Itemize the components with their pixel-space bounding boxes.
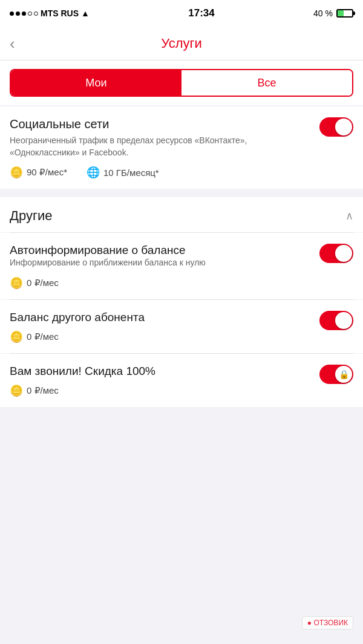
page-title: Услуги xyxy=(161,36,202,51)
dot1 xyxy=(10,11,14,16)
auto-info-desc: Информирование о приближении баланса к н… xyxy=(10,257,312,269)
wifi-icon: ▲ xyxy=(81,8,90,18)
toggle-knob-3 xyxy=(335,312,352,329)
traffic-label: 10 ГБ/месяц* xyxy=(103,168,159,178)
call-discount-price: 0 ₽/мес xyxy=(27,385,59,396)
coin-icon-3: 🪙 xyxy=(10,330,23,343)
coin-icon: 🪙 xyxy=(10,166,23,179)
auto-info-price-row: 🪙 0 ₽/мес xyxy=(10,276,312,290)
back-button[interactable]: ‹ xyxy=(10,36,15,51)
auto-info-card: Автоинформирование о балансе Информирова… xyxy=(0,233,363,299)
price-label: 90 ₽/мес* xyxy=(27,167,67,178)
social-networks-row: Социальные сети Неограниченный трафик в … xyxy=(10,117,353,179)
balance-other-title: Баланс другого абонента xyxy=(10,311,312,324)
coin-icon-2: 🪙 xyxy=(10,276,23,290)
nav-bar: ‹ Услуги xyxy=(0,27,363,60)
toggle-knob xyxy=(335,119,352,135)
social-networks-card: Социальные сети Неограниченный трафик в … xyxy=(0,106,363,189)
status-left: MTS RUS ▲ xyxy=(10,8,90,18)
other-section-header[interactable]: Другие ∧ xyxy=(0,197,363,232)
globe-icon: 🌐 xyxy=(87,166,100,179)
dot2 xyxy=(16,11,20,16)
balance-other-price-row: 🪙 0 ₽/мес xyxy=(10,330,312,343)
balance-other-info: Баланс другого абонента 🪙 0 ₽/мес xyxy=(10,311,319,343)
traffic-item: 🌐 10 ГБ/месяц* xyxy=(87,166,159,179)
auto-info-price: 0 ₽/мес xyxy=(27,278,59,288)
coin-icon-4: 🪙 xyxy=(10,384,23,397)
battery-icon xyxy=(336,9,353,18)
balance-other-row: Баланс другого абонента 🪙 0 ₽/мес xyxy=(10,311,353,343)
auto-info-row: Автоинформирование о балансе Информирова… xyxy=(10,244,353,290)
dot4 xyxy=(28,11,32,16)
tab-my[interactable]: Мои xyxy=(11,70,182,96)
chevron-up-icon: ∧ xyxy=(345,209,353,223)
dot3 xyxy=(22,11,26,16)
call-discount-card: Вам звонили! Скидка 100% 🪙 0 ₽/мес 🔒 xyxy=(0,354,363,407)
toggle-lock-knob: 🔒 xyxy=(335,366,352,383)
balance-other-card: Баланс другого абонента 🪙 0 ₽/мес xyxy=(0,300,363,353)
call-discount-price-row: 🪙 0 ₽/мес xyxy=(10,384,312,397)
segment-wrapper: Мои Все xyxy=(0,60,363,105)
status-time: 17:34 xyxy=(188,7,214,19)
call-discount-title: Вам звонили! Скидка 100% xyxy=(10,365,312,378)
social-networks-meta: 🪙 90 ₽/мес* 🌐 10 ГБ/месяц* xyxy=(10,166,312,179)
battery-fill xyxy=(338,10,344,16)
price-item: 🪙 90 ₽/мес* xyxy=(10,166,67,179)
tab-all[interactable]: Все xyxy=(182,70,352,96)
battery-percent: 40 % xyxy=(313,8,333,18)
other-section-title: Другие xyxy=(10,208,52,224)
call-discount-row: Вам звонили! Скидка 100% 🪙 0 ₽/мес 🔒 xyxy=(10,365,353,397)
social-networks-title: Социальные сети xyxy=(10,117,312,131)
balance-other-price: 0 ₽/мес xyxy=(27,331,59,342)
status-right: 40 % xyxy=(313,8,353,18)
social-networks-desc: Неограниченный трафик в пределах ресурсо… xyxy=(10,135,312,158)
call-discount-info: Вам звонили! Скидка 100% 🪙 0 ₽/мес xyxy=(10,365,319,397)
auto-info-title: Автоинформирование о балансе xyxy=(10,244,312,257)
social-networks-toggle[interactable] xyxy=(319,117,353,137)
lock-icon: 🔒 xyxy=(339,369,349,379)
auto-info-toggle[interactable] xyxy=(319,244,353,263)
watermark: ● ОТЗОВИК xyxy=(302,616,353,629)
toggle-knob-2 xyxy=(335,245,352,262)
social-networks-info: Социальные сети Неограниченный трафик в … xyxy=(10,117,319,179)
dot5 xyxy=(34,11,38,16)
segment-control: Мои Все xyxy=(10,69,353,97)
carrier-label: MTS RUS xyxy=(41,8,79,18)
status-bar: MTS RUS ▲ 17:34 40 % xyxy=(0,0,363,27)
balance-other-toggle[interactable] xyxy=(319,311,353,330)
auto-info-info: Автоинформирование о балансе Информирова… xyxy=(10,244,319,290)
call-discount-toggle[interactable]: 🔒 xyxy=(319,365,353,384)
signal-dots xyxy=(10,11,38,16)
